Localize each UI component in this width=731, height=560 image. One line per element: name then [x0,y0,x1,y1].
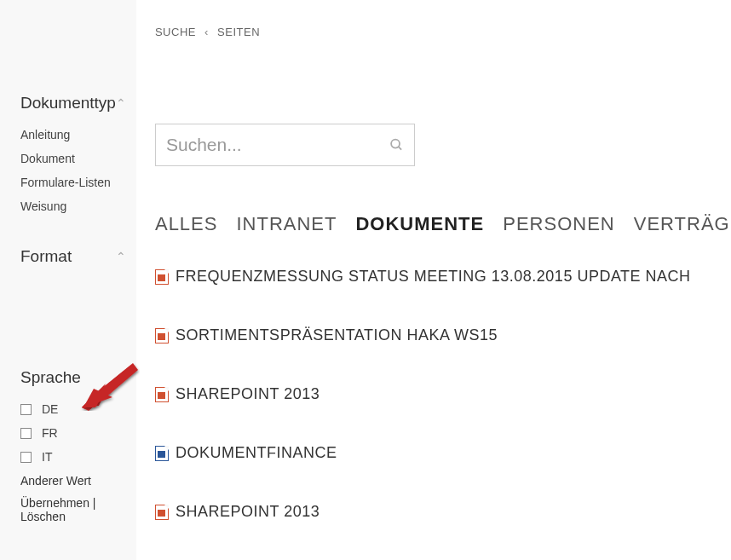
facet-item-weisung[interactable]: Weisung [20,199,126,213]
facet-format-header[interactable]: Format ⌃ [20,247,126,266]
result-title: SORTIMENTSPRÄSENTATION HAKA WS15 [176,326,498,344]
chevron-up-icon: ⌃ [116,251,126,263]
sprache-other[interactable]: Anderer Wert [20,474,126,488]
facet-format: Format ⌃ [20,247,126,266]
result-item[interactable]: DOKUMENTFINANCE [155,444,731,462]
chevron-up-icon: ⌃ [116,372,126,384]
checkbox-it[interactable]: IT [20,450,126,464]
svg-line-1 [399,147,402,150]
facet-sprache: Sprache ⌃ DE FR IT Anderer Wert Übernehm… [20,368,126,523]
powerpoint-icon [155,269,169,285]
sidebar: Dokumenttyp ⌃ Anleitung Dokument Formula… [0,0,136,560]
checkbox-icon [20,428,32,439]
facet-sprache-header[interactable]: Sprache ⌃ [20,368,126,387]
tab-dokumente[interactable]: DOKUMENTE [355,213,484,235]
checkbox-icon [20,404,32,415]
result-item[interactable]: SHAREPOINT 2013 [155,385,731,403]
checkbox-fr[interactable]: FR [20,426,126,440]
checkbox-label: FR [42,426,58,440]
word-icon [155,446,169,461]
checkbox-de[interactable]: DE [20,402,126,416]
facet-item-formulare[interactable]: Formulare-Listen [20,176,126,189]
result-item[interactable]: SHAREPOINT 2013 [155,503,731,521]
facet-title: Format [20,247,72,266]
tabs: ALLES INTRANET DOKUMENTE PERSONEN VERTRÄ… [155,213,731,235]
apply-link[interactable]: Übernehmen [20,496,89,510]
clear-link[interactable]: Löschen [20,510,66,523]
powerpoint-icon [155,387,169,402]
facet-title: Dokumenttyp [20,94,116,113]
result-title: FREQUENZMESSUNG STATUS MEETING 13.08.201… [176,268,691,286]
checkbox-icon [20,452,32,463]
facet-dokumenttyp-header[interactable]: Dokumenttyp ⌃ [20,94,126,113]
breadcrumb-sep: ‹ [204,26,209,38]
search-icon[interactable] [389,136,404,154]
chevron-up-icon: ⌃ [116,97,126,109]
tab-vertraege[interactable]: VERTRÄGE [634,213,731,235]
result-item[interactable]: SORTIMENTSPRÄSENTATION HAKA WS15 [155,326,731,344]
facet-title: Sprache [20,368,81,387]
result-title: SHAREPOINT 2013 [176,503,319,521]
breadcrumb-item[interactable]: SEITEN [217,26,260,38]
facet-item-dokument[interactable]: Dokument [20,152,126,165]
main: SUCHE ‹ SEITEN ALLES INTRANET DOKUMENTE … [136,0,731,560]
checkbox-label: DE [42,402,58,416]
powerpoint-icon [155,505,169,520]
tab-personen[interactable]: PERSONEN [503,213,614,235]
facet-item-anleitung[interactable]: Anleitung [20,128,126,141]
search-box[interactable] [155,124,415,166]
result-item[interactable]: FREQUENZMESSUNG STATUS MEETING 13.08.201… [155,268,731,286]
checkbox-label: IT [42,450,52,464]
breadcrumb-item[interactable]: SUCHE [155,26,196,38]
result-title: DOKUMENTFINANCE [176,444,337,462]
powerpoint-icon [155,328,169,344]
facet-dokumenttyp: Dokumenttyp ⌃ Anleitung Dokument Formula… [20,94,126,213]
search-input[interactable] [166,135,389,155]
svg-point-0 [391,140,400,148]
action-sep: | [89,496,96,510]
tab-intranet[interactable]: INTRANET [236,213,337,235]
tab-alles[interactable]: ALLES [155,213,218,235]
result-title: SHAREPOINT 2013 [176,385,319,403]
breadcrumb: SUCHE ‹ SEITEN [155,26,731,38]
results-list: FREQUENZMESSUNG STATUS MEETING 13.08.201… [155,268,731,560]
